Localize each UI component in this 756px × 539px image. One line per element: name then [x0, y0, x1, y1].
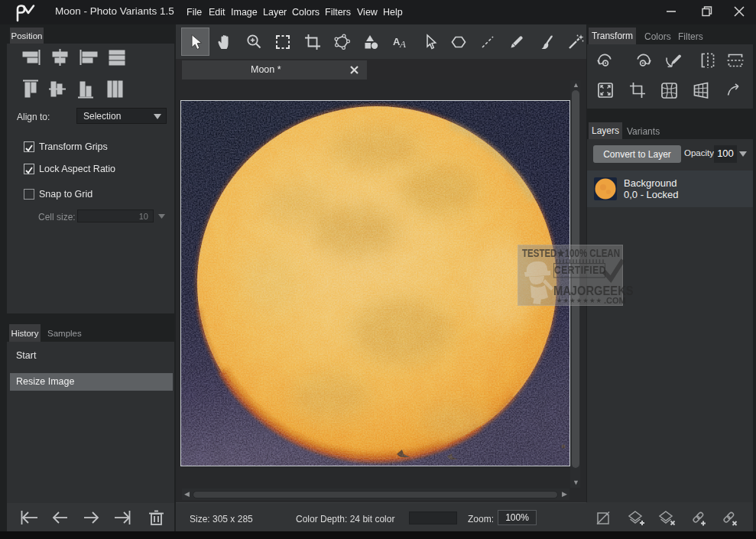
svg-text:A: A	[399, 38, 406, 50]
